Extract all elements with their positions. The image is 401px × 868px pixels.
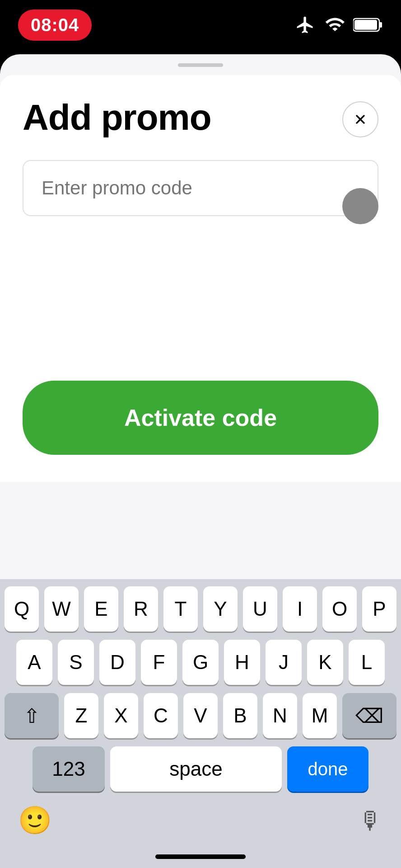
key-u[interactable]: U <box>243 586 277 632</box>
emoji-icon[interactable]: 🙂 <box>18 804 52 836</box>
key-f[interactable]: F <box>141 640 177 685</box>
key-s[interactable]: S <box>58 640 94 685</box>
done-key[interactable]: done <box>287 746 368 792</box>
keyboard-row-1: Q W E R T Y U I O P <box>5 586 396 632</box>
keyboard-row-4: 123 space done <box>5 746 396 792</box>
svg-rect-1 <box>379 22 382 28</box>
mic-icon[interactable]: 🎙 <box>359 807 383 835</box>
key-t[interactable]: T <box>163 586 198 632</box>
key-h[interactable]: H <box>224 640 260 685</box>
sheet-header: Add promo <box>23 98 378 137</box>
close-button[interactable] <box>342 101 378 137</box>
status-icons <box>295 15 383 35</box>
key-a[interactable]: A <box>16 640 52 685</box>
keyboard-bottom-bar: 🙂 🎙 <box>0 800 401 850</box>
key-q[interactable]: Q <box>5 586 39 632</box>
sheet-title: Add promo <box>23 98 211 137</box>
scroll-indicator <box>342 188 378 224</box>
keyboard: Q W E R T Y U I O P A S D F G H J K L ⇧ … <box>0 579 401 868</box>
time-display: 08:04 <box>18 9 92 41</box>
space-key[interactable]: space <box>110 746 282 792</box>
wifi-icon <box>323 15 345 35</box>
key-k[interactable]: K <box>307 640 343 685</box>
keyboard-row-2: A S D F G H J K L <box>5 640 396 685</box>
key-n[interactable]: N <box>263 693 297 738</box>
key-o[interactable]: O <box>322 586 357 632</box>
key-m[interactable]: M <box>303 693 337 738</box>
shift-key[interactable]: ⇧ <box>5 693 59 738</box>
key-x[interactable]: X <box>104 693 138 738</box>
sheet-handle <box>178 63 223 67</box>
promo-input-wrapper[interactable] <box>23 160 378 216</box>
key-c[interactable]: C <box>144 693 178 738</box>
numbers-key[interactable]: 123 <box>33 746 105 792</box>
key-z[interactable]: Z <box>64 693 98 738</box>
key-p[interactable]: P <box>362 586 396 632</box>
key-e[interactable]: E <box>84 586 118 632</box>
key-v[interactable]: V <box>183 693 218 738</box>
activate-code-button[interactable]: Activate code <box>23 381 378 455</box>
key-j[interactable]: J <box>266 640 302 685</box>
key-i[interactable]: I <box>283 586 317 632</box>
sheet-content: Add promo Activate code <box>0 75 401 482</box>
key-d[interactable]: D <box>99 640 135 685</box>
key-y[interactable]: Y <box>203 586 238 632</box>
keyboard-rows: Q W E R T Y U I O P A S D F G H J K L ⇧ … <box>0 579 401 792</box>
status-bar: 08:04 <box>0 0 401 50</box>
airplane-icon <box>295 15 315 35</box>
key-r[interactable]: R <box>124 586 158 632</box>
key-g[interactable]: G <box>182 640 219 685</box>
promo-code-input[interactable] <box>42 177 359 199</box>
key-l[interactable]: L <box>349 640 385 685</box>
key-b[interactable]: B <box>223 693 257 738</box>
key-w[interactable]: W <box>44 586 79 632</box>
delete-key[interactable]: ⌫ <box>342 693 396 738</box>
home-indicator <box>155 854 246 859</box>
battery-icon <box>353 17 383 33</box>
svg-rect-2 <box>354 20 377 30</box>
keyboard-row-3: ⇧ Z X C V B N M ⌫ <box>5 693 396 738</box>
